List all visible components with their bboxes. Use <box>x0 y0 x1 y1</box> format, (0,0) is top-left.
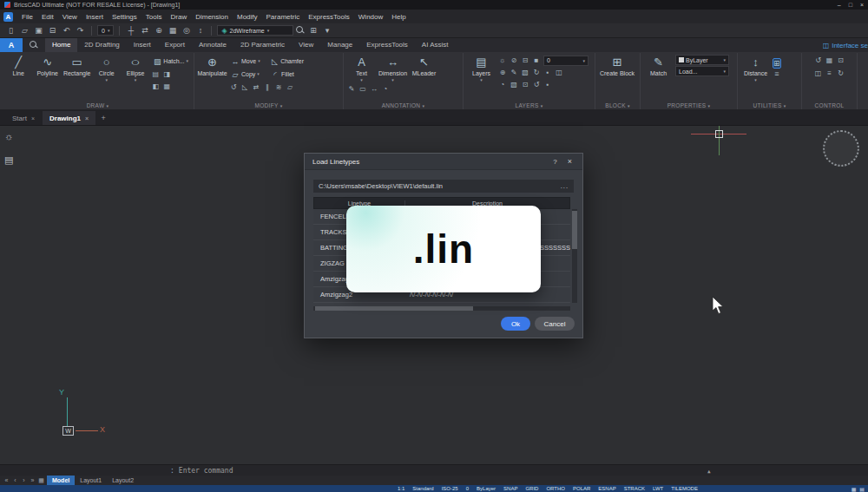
status-toggle[interactable]: 0 <box>466 486 469 491</box>
vertical-scrollbar[interactable] <box>572 209 577 303</box>
layer-tool-icon[interactable]: ◫ <box>555 69 563 76</box>
command-input[interactable]: Enter command <box>179 467 233 475</box>
dialog-help-button[interactable]: ? <box>545 158 564 166</box>
toolbar-icon[interactable]: ⊞ <box>307 26 319 35</box>
menu-item[interactable]: Window <box>354 13 387 21</box>
layout-nav-icon[interactable]: ‹ <box>11 477 19 484</box>
match-properties-button[interactable]: ✎ Match <box>644 55 673 77</box>
status-toggle[interactable]: ORTHO <box>546 486 565 491</box>
maximize-button[interactable]: □ <box>849 2 852 8</box>
layer-tool-icon[interactable]: ✎ <box>510 69 518 76</box>
modify-tool-icon[interactable]: ⇄ <box>252 83 260 91</box>
toolbar-icon[interactable]: ↷ <box>75 26 86 35</box>
status-toggle[interactable]: ByLayer <box>477 486 496 491</box>
menu-item[interactable]: Draw <box>167 13 192 21</box>
toolbar-icon[interactable]: ▾ <box>321 26 332 35</box>
rectangle-button[interactable]: ▭ Rectangle <box>63 55 91 77</box>
panel-label-utilities[interactable]: UTILITIES ▾ <box>738 102 801 108</box>
layer-tool-icon[interactable]: ▪ <box>543 81 552 89</box>
interface-settings-link[interactable]: ◫ Interface se <box>823 42 868 49</box>
quick-measure-button[interactable]: ⊞ <box>773 58 781 69</box>
ok-button[interactable]: Ok <box>501 317 530 331</box>
ribbon-tab[interactable]: Annotate <box>192 38 233 52</box>
toolbar-icon[interactable]: ▱ <box>19 26 30 35</box>
modify-tool-icon[interactable]: ▱ <box>286 83 294 91</box>
ribbon-tab[interactable]: View <box>292 38 320 52</box>
menu-item[interactable]: Tools <box>141 13 167 21</box>
toolbar-icon[interactable]: ┼ <box>125 26 136 35</box>
modify-tool-icon[interactable]: ∥ <box>263 83 272 91</box>
layer-tool-icon[interactable]: ▪ <box>543 69 552 76</box>
annotation-tool-icon[interactable]: ◔ <box>381 85 390 93</box>
layer-select[interactable]: 0 ▾ <box>97 25 114 36</box>
circle-button[interactable]: ○ Circle ▾ <box>93 55 119 82</box>
menu-item[interactable]: ExpressTools <box>304 13 354 21</box>
browse-button[interactable]: ... <box>561 182 569 190</box>
toolbar-icon[interactable]: ▣ <box>33 26 44 35</box>
panels-icon[interactable]: ▤ <box>4 154 13 166</box>
dialog-title-bar[interactable]: Load Linetypes ? × <box>305 154 582 170</box>
menu-item[interactable]: View <box>58 13 82 21</box>
layers-button[interactable]: ▤ Layers ▾ <box>467 55 496 82</box>
toolbar-icon[interactable]: ▯ <box>5 26 16 35</box>
move-button[interactable]: ↔ Move ▾ <box>229 55 269 68</box>
draw-tool-icon[interactable]: ◧ <box>151 82 160 90</box>
panel-label-draw[interactable]: DRAW ▾ <box>2 102 194 108</box>
menu-item[interactable]: Settings <box>108 13 141 21</box>
document-tab[interactable]: Drawing1 × <box>43 111 95 125</box>
modify-tool-icon[interactable]: ≋ <box>274 83 283 91</box>
ellipse-button[interactable]: ○ Ellipse ▾ <box>122 55 148 82</box>
ribbon-tab[interactable]: 2D Drafting <box>77 38 126 52</box>
menu-item[interactable]: Edit <box>37 13 58 21</box>
modify-tool-icon[interactable]: ↺ <box>229 83 238 91</box>
layer-tool-icon[interactable]: ▧ <box>521 69 529 76</box>
ribbon-tab[interactable]: 2D Parametric <box>233 38 292 52</box>
command-expand-icon[interactable]: ▲ <box>707 468 711 474</box>
ribbon-tab[interactable]: Home <box>45 38 77 52</box>
menu-item[interactable]: Dimension <box>191 13 233 21</box>
ribbon-tab[interactable]: AI Assist <box>415 38 456 52</box>
minimize-button[interactable]: – <box>838 2 841 8</box>
panel-label-properties[interactable]: PROPERTIES ▾ <box>641 102 737 108</box>
layer-tool-icon[interactable]: ⊡ <box>521 81 529 89</box>
control-tool-icon[interactable]: ↺ <box>814 56 823 64</box>
command-bar[interactable]: : Enter command ▲ <box>0 464 868 476</box>
layer-tool-icon[interactable]: ↺ <box>532 81 541 89</box>
dialog-close-button[interactable]: × <box>565 157 575 166</box>
document-tab[interactable]: Start × <box>5 111 42 125</box>
polyline-button[interactable]: ∿ Polyline <box>34 55 60 77</box>
menu-item[interactable]: Insert <box>82 13 108 21</box>
create-block-button[interactable]: ⊞ Create Block <box>599 55 635 77</box>
manipulate-button[interactable]: ⊕ Manipulate <box>198 55 227 77</box>
toolbar-icon[interactable]: ↕ <box>194 26 206 35</box>
ribbon-tab[interactable]: Manage <box>320 38 359 52</box>
status-toggle[interactable]: POLAR <box>573 486 590 491</box>
tab-close-icon[interactable]: × <box>85 115 89 121</box>
layer-tool-icon[interactable]: ■ <box>532 56 541 64</box>
color-bylayer-select[interactable]: ByLayer ▾ <box>675 55 729 65</box>
bricscad-app-icon[interactable]: A <box>3 12 13 22</box>
fillet-button[interactable]: ◜ Fillet <box>269 68 306 81</box>
menu-item[interactable]: File <box>17 13 37 21</box>
panel-label-block[interactable]: BLOCK ▾ <box>595 102 640 108</box>
control-tool-icon[interactable]: ⊡ <box>837 56 845 64</box>
control-tool-icon[interactable]: ◫ <box>814 69 823 77</box>
draw-tool-icon[interactable]: ▤ <box>151 70 160 78</box>
layout-nav-icon[interactable]: « <box>3 477 10 484</box>
search-icon[interactable] <box>296 26 305 35</box>
annotation-tool-icon[interactable]: ✎ <box>347 85 356 93</box>
bulb-icon[interactable]: ☼ <box>4 131 13 141</box>
linetype-file-path-field[interactable]: C:\Users\msabe\Desktop\VIEW1\default.lin… <box>313 180 574 193</box>
ribbon-tab[interactable]: ExpressTools <box>359 38 415 52</box>
status-toggle[interactable]: SNAP <box>503 486 517 491</box>
ribbon-search-icon[interactable] <box>30 41 38 49</box>
application-button[interactable]: A <box>0 38 23 52</box>
control-tool-icon[interactable]: ≡ <box>825 69 834 77</box>
toolbar-icon[interactable]: ↶ <box>61 26 72 35</box>
scrollbar-thumb[interactable] <box>572 211 577 249</box>
ribbon-tab[interactable]: Insert <box>127 38 158 52</box>
horizontal-scrollbar[interactable] <box>313 306 570 311</box>
close-button[interactable]: × <box>860 2 864 8</box>
status-icon[interactable]: ▦ <box>852 486 857 492</box>
status-toggle[interactable]: ESNAP <box>598 486 615 491</box>
